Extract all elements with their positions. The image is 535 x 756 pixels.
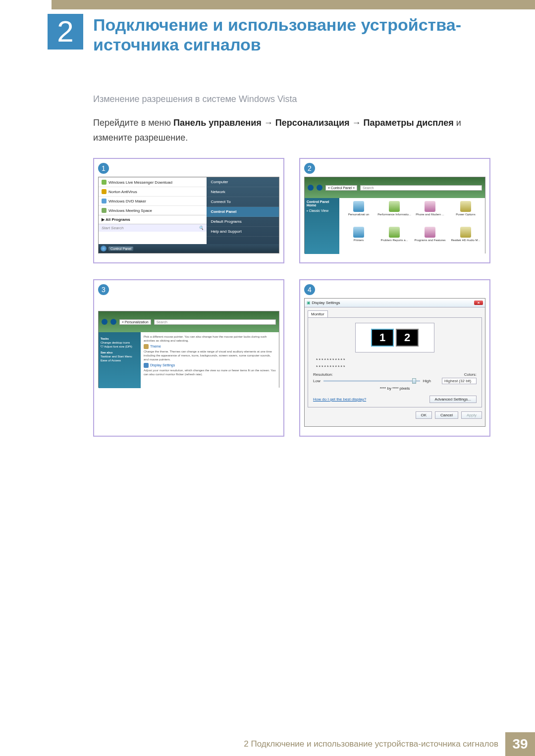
ok-button[interactable]: OK (416, 411, 432, 419)
sidebar-link[interactable]: Change desktop icons (101, 341, 139, 344)
app-icon (102, 189, 107, 194)
cp-icon[interactable]: Phone and Modem ... (413, 201, 447, 226)
block-title[interactable]: Theme (150, 345, 161, 348)
programs-icon (425, 227, 435, 238)
monitor-1[interactable]: 1 (371, 329, 394, 347)
dialog-title-label: Display Settings (312, 301, 340, 305)
sidebar-item[interactable]: • Classic View (307, 209, 337, 212)
tab-panel: 1 2 *********** *********** Resolution: … (308, 317, 482, 407)
block-desc: Change the theme. Themes can change a wi… (144, 350, 276, 361)
printers-icon (353, 227, 364, 238)
control-panel-sidebar: Control Panel Home • Classic View (305, 198, 339, 254)
colors-select[interactable]: Highest (32 bit) (442, 378, 477, 384)
monitor-icon: ▣ (307, 301, 311, 305)
start-search[interactable]: Start Search🔍 (99, 224, 207, 232)
start-item-label: Norton AntiVirus (108, 190, 137, 194)
nav-back-icon[interactable] (102, 319, 107, 325)
sidebar-link[interactable]: Ease of Access (101, 359, 139, 362)
cp-icon-label: Phone and Modem ... (416, 213, 444, 216)
slider-thumb[interactable] (412, 378, 416, 384)
dialog-titlebar: ▣ Display Settings × (305, 299, 485, 307)
cp-icon[interactable]: Power Options (448, 201, 483, 226)
search-icon: 🔍 (199, 226, 204, 230)
start-menu-left: Windows Live Messenger Download Norton A… (99, 177, 207, 244)
slider-low: Low (313, 379, 321, 383)
start-item[interactable]: Windows DVD Maker (99, 196, 207, 205)
section-subheading: Изменение разрешения в системе Windows V… (93, 94, 490, 104)
right-item-highlight[interactable]: Control Panel (207, 207, 279, 217)
cp-icon[interactable]: Printers (341, 227, 376, 252)
close-icon[interactable]: × (474, 301, 483, 305)
cp-icon[interactable]: Realtek HD Audio M... (448, 227, 483, 252)
sidebar-link[interactable]: Taskbar and Start Menu (101, 355, 139, 358)
all-programs[interactable]: ▶ All Programs (99, 215, 207, 224)
screenshot-2: 2 « Control Panel » Search Control Panel… (299, 158, 490, 263)
nav-back-icon[interactable] (308, 185, 314, 191)
advanced-button[interactable]: Advanced Settings... (429, 396, 477, 403)
sidebar-item-label: Classic View (309, 209, 328, 212)
block-desc: Pick a different mouse pointer. You can … (144, 335, 276, 343)
instr-arrow1: → (264, 118, 275, 128)
page-content: Изменение разрешения в системе Windows V… (93, 94, 490, 437)
start-item[interactable]: Norton AntiVirus (99, 187, 207, 196)
personalization-main: Pick a different mouse pointer. You can … (141, 332, 279, 388)
block-title[interactable]: Display Settings (150, 363, 175, 367)
breadcrumb[interactable]: « Personalization (119, 319, 151, 325)
sidebar-link[interactable]: 🛡 Adjust font size (DPI) (101, 345, 139, 348)
sidebar-heading: See also (101, 351, 139, 354)
apply-button[interactable]: Apply (461, 411, 482, 419)
nav-fwd-icon[interactable] (317, 185, 322, 191)
cp-icon-label: Realtek HD Audio M... (451, 239, 480, 242)
app-icon (102, 208, 107, 213)
screenshot-grid: 1 Windows Live Messenger Download Norton… (93, 158, 490, 437)
sidebar-item[interactable]: Control Panel Home (307, 200, 337, 207)
cancel-button[interactable]: Cancel (435, 411, 458, 419)
right-item[interactable]: Computer (207, 177, 279, 187)
monitor-2[interactable]: 2 (396, 329, 419, 347)
start-item-label: Windows DVD Maker (108, 199, 146, 203)
nav-fwd-icon[interactable] (110, 319, 116, 325)
search-input[interactable]: Search (360, 185, 482, 191)
block-desc: Adjust your monitor resolution, which ch… (144, 368, 276, 376)
screenshot-1: 1 Windows Live Messenger Download Norton… (93, 158, 284, 263)
help-link[interactable]: How do I get the best display? (313, 397, 366, 402)
cp-icon[interactable]: Problem Reports a... (377, 227, 412, 252)
app-icon (102, 180, 107, 185)
step-badge-4: 4 (304, 284, 315, 295)
control-panel-grid: Personalizati on Performance Informatio.… (339, 198, 485, 254)
cp-icon[interactable]: Programs and Features (413, 227, 447, 252)
start-item[interactable]: Windows Meeting Space (99, 205, 207, 215)
start-item-label: Windows Live Messenger Download (108, 180, 172, 185)
start-item[interactable]: Windows Live Messenger Download (99, 177, 207, 187)
all-programs-label: All Programs (106, 217, 130, 222)
cp-icon[interactable]: Performance Informatio... (377, 201, 412, 226)
start-item-label: Windows Meeting Space (108, 208, 152, 213)
start-orb-icon[interactable] (101, 246, 107, 252)
slider-high: High (423, 379, 431, 383)
breadcrumb[interactable]: « Control Panel » (325, 185, 357, 191)
cp-icon-label: Performance Informatio... (377, 213, 411, 216)
right-item[interactable]: Default Programs (207, 217, 279, 227)
step-badge-2: 2 (304, 163, 315, 174)
search-input[interactable]: Search (154, 319, 276, 325)
cp-icon[interactable]: Personalizati on (341, 201, 376, 226)
taskbar-button[interactable]: Control Panel (108, 247, 133, 251)
instr-b3: Параметры дисплея (363, 118, 453, 128)
page-footer: 2 Подключение и использование устройства… (0, 732, 535, 756)
personalization-icon (353, 201, 364, 212)
right-item[interactable]: Network (207, 187, 279, 197)
cp-icon-label: Programs and Features (414, 239, 445, 242)
step-badge-3: 3 (98, 284, 109, 295)
masked-text: *********** (316, 364, 477, 369)
footer-page-number: 39 (505, 732, 535, 756)
personalization-window: « Personalization Search Tasks Change de… (98, 311, 279, 388)
step-badge-1: 1 (98, 163, 109, 174)
tab-monitor[interactable]: Monitor (308, 310, 328, 317)
right-item[interactable]: Connect To (207, 197, 279, 207)
resolution-slider[interactable] (323, 380, 420, 382)
cp-icon-label: Personalizati on (348, 213, 370, 216)
right-item[interactable]: Help and Support (207, 227, 279, 237)
audio-icon (460, 227, 471, 238)
display-settings-window: ▣ Display Settings × Monitor 1 2 *******… (304, 298, 485, 427)
app-icon (102, 199, 107, 203)
